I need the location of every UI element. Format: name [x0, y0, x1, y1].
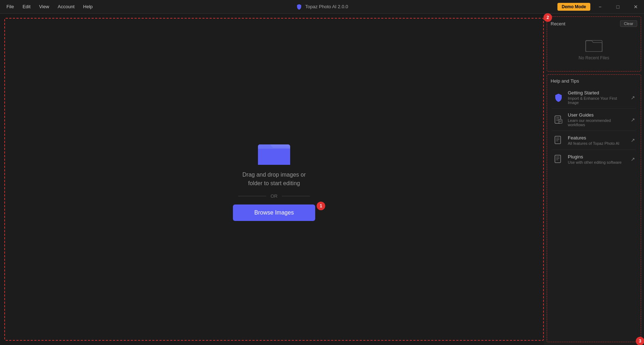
- help-header: Help and Tips: [551, 78, 637, 84]
- maximize-button[interactable]: □: [610, 0, 626, 14]
- menu-file[interactable]: File: [3, 3, 18, 11]
- getting-started-link-icon: ↗: [631, 95, 635, 100]
- no-recent-text: No Recent Files: [579, 55, 609, 60]
- plugins-link-icon: ↗: [631, 156, 635, 162]
- getting-started-title: Getting Started: [568, 90, 627, 95]
- getting-started-icon: [553, 92, 564, 103]
- or-divider: OR: [238, 193, 310, 199]
- svg-rect-5: [555, 136, 561, 144]
- no-recent-area: No Recent Files: [551, 30, 637, 68]
- main-layout: Drag and drop images or folder to start …: [0, 14, 644, 345]
- plugins-title: Plugins: [568, 154, 627, 159]
- plugins-icon: [553, 153, 564, 165]
- help-item-user-guides[interactable]: User Guides Learn our recommended workfl…: [551, 109, 637, 130]
- no-recent-folder-icon: [585, 37, 602, 52]
- user-guides-link-icon: ↗: [631, 117, 635, 123]
- folder-icon: [258, 138, 290, 165]
- drop-text: Drag and drop images or folder to start …: [243, 171, 306, 188]
- features-link-icon: ↗: [631, 137, 635, 143]
- help-item-plugins[interactable]: Plugins Use with other editing software …: [551, 150, 637, 168]
- plugins-text: Plugins Use with other editing software: [568, 154, 627, 164]
- menu-edit[interactable]: Edit: [19, 3, 34, 11]
- clear-recent-button[interactable]: Clear: [620, 20, 637, 27]
- user-guides-title: User Guides: [568, 112, 627, 118]
- features-title: Features: [568, 135, 627, 141]
- minimize-button[interactable]: −: [592, 0, 608, 14]
- menu-help[interactable]: Help: [79, 3, 96, 11]
- badge-3: 3: [636, 337, 644, 345]
- badge-2: 2: [543, 13, 552, 22]
- user-guides-text: User Guides Learn our recommended workfl…: [568, 112, 627, 127]
- features-text: Features All features of Topaz Photo AI: [568, 135, 627, 146]
- plugins-desc: Use with other editing software: [568, 160, 627, 164]
- getting-started-text: Getting Started Import & Enhance Your Fi…: [568, 90, 627, 105]
- menu-view[interactable]: View: [35, 3, 53, 11]
- user-guides-desc: Learn our recommended workflows: [568, 118, 627, 127]
- topaz-shield-icon: [296, 4, 302, 10]
- svg-rect-2: [586, 40, 602, 51]
- help-item-features[interactable]: Features All features of Topaz Photo AI …: [551, 131, 637, 149]
- drop-content: Drag and drop images or folder to start …: [233, 138, 315, 221]
- svg-rect-4: [559, 119, 562, 123]
- demo-mode-button[interactable]: Demo Mode: [557, 3, 590, 11]
- badge-1: 1: [317, 202, 325, 210]
- svg-rect-6: [555, 155, 561, 163]
- titlebar: File Edit View Account Help Topaz Photo …: [0, 0, 644, 14]
- app-title-area: Topaz Photo AI 2.0.0: [296, 4, 348, 10]
- browse-images-button[interactable]: Browse Images: [233, 204, 315, 221]
- recent-section: 2 Recent Clear No Recent Files: [547, 16, 641, 72]
- drop-zone[interactable]: Drag and drop images or folder to start …: [4, 18, 544, 341]
- browse-button-wrapper: Browse Images 1: [233, 204, 315, 221]
- help-section: Help and Tips Getting Started Import & E…: [547, 74, 641, 342]
- menu-account[interactable]: Account: [54, 3, 78, 11]
- getting-started-desc: Import & Enhance Your First Image: [568, 96, 627, 105]
- features-desc: All features of Topaz Photo AI: [568, 141, 627, 146]
- user-guides-icon: [553, 114, 564, 125]
- recent-title: Recent: [551, 21, 565, 26]
- help-title: Help and Tips: [551, 78, 579, 84]
- close-button[interactable]: ✕: [628, 0, 644, 14]
- app-title-text: Topaz Photo AI 2.0.0: [305, 4, 348, 9]
- help-item-getting-started[interactable]: Getting Started Import & Enhance Your Fi…: [551, 87, 637, 108]
- sidebar: 2 Recent Clear No Recent Files Help and …: [544, 14, 644, 345]
- recent-header: Recent Clear: [551, 20, 637, 27]
- features-icon: [553, 134, 564, 146]
- titlebar-right: Demo Mode − □ ✕: [557, 0, 644, 14]
- menu-bar: File Edit View Account Help: [3, 3, 96, 11]
